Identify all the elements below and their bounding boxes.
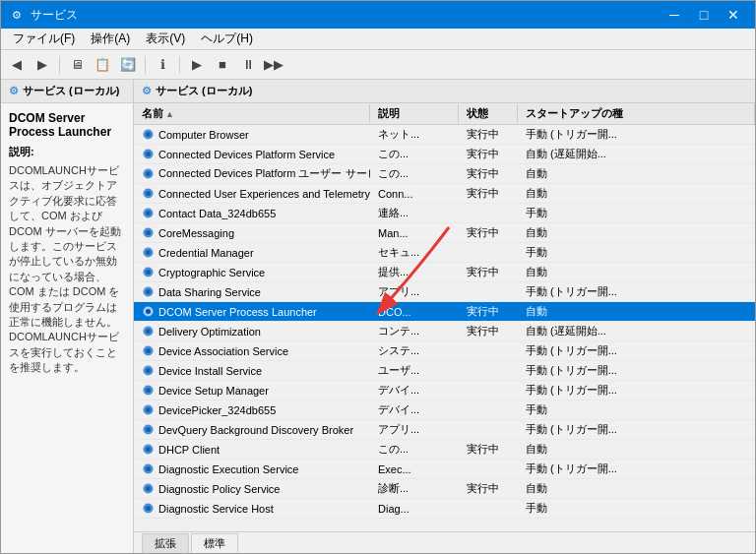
table-row[interactable]: Diagnostic Policy Service 診断... 実行中 自動 (134, 479, 755, 499)
svg-point-18 (146, 289, 151, 294)
service-startup-cell: 手動 (518, 401, 755, 418)
table-body[interactable]: Computer Browser ネット... 実行中 手動 (トリガー開...… (134, 125, 755, 531)
menu-file[interactable]: ファイル(F) (5, 29, 83, 49)
service-name-cell: Diagnostic Execution Service (134, 462, 370, 476)
computer-button[interactable]: 🖥 (65, 53, 89, 77)
toolbar-separator-2 (145, 56, 146, 74)
tab-extended[interactable]: 拡張 (142, 533, 189, 553)
table-row[interactable]: DevicePicker_324db655 デバイ... 手動 (134, 400, 755, 420)
forward-button[interactable]: ▶ (31, 53, 54, 77)
window-controls: ─ □ ✕ (661, 1, 747, 29)
pause-button[interactable]: ⏸ (236, 53, 260, 77)
menu-action[interactable]: 操作(A) (83, 29, 138, 49)
service-startup-cell: 手動 (トリガー開... (518, 461, 755, 477)
table-row[interactable]: Cryptographic Service 提供... 実行中 自動 (134, 263, 755, 282)
maximize-button[interactable]: □ (690, 1, 718, 29)
back-button[interactable]: ◀ (5, 53, 29, 77)
svg-point-28 (146, 388, 151, 393)
table-row[interactable]: Device Association Service システ... 手動 (トリ… (134, 341, 755, 361)
sidebar-header: ⚙ サービス (ローカル) (1, 80, 133, 103)
close-button[interactable]: ✕ (720, 1, 747, 29)
service-status-cell (459, 213, 518, 215)
service-gear-icon (142, 384, 155, 397)
table-row[interactable]: Connected User Experiences and Telemetry… (134, 184, 755, 204)
menu-view[interactable]: 表示(V) (138, 29, 193, 49)
minimize-button[interactable]: ─ (661, 1, 688, 29)
table-header: 名前 ▲ 説明 状態 スタートアップの種 (134, 103, 755, 125)
table-row[interactable]: DHCP Client この... 実行中 自動 (134, 440, 755, 460)
service-name-cell: Data Sharing Service (134, 284, 370, 299)
toolbar-separator-3 (179, 56, 180, 74)
list-button[interactable]: 📋 (91, 53, 114, 77)
services-window: ⚙ サービス ─ □ ✕ ファイル(F) 操作(A) 表示(V) ヘルプ(H) … (0, 0, 756, 554)
column-description[interactable]: 説明 (370, 104, 459, 123)
main-panel: ⚙ サービス (ローカル) 名前 ▲ 説明 状態 (134, 80, 755, 553)
service-desc-cell: セキュ... (370, 244, 459, 261)
table-row[interactable]: Connected Devices Platform ユーザー サービス_...… (134, 164, 755, 184)
service-status-cell: 実行中 (459, 480, 518, 497)
svg-point-26 (146, 368, 151, 373)
service-desc-cell: Conn... (370, 187, 459, 201)
table-row[interactable]: Contact Data_324db655 連絡... 手動 (134, 204, 755, 223)
info-button[interactable]: ℹ (151, 53, 174, 77)
service-status-cell: 実行中 (459, 224, 518, 241)
svg-point-8 (146, 191, 151, 196)
service-name-cell: Device Install Service (134, 363, 370, 378)
service-startup-cell: 自動 (518, 264, 755, 280)
service-gear-icon (142, 266, 155, 278)
service-status-cell (459, 468, 518, 470)
service-gear-icon (142, 462, 155, 475)
service-name-cell: Diagnostic Service Host (134, 501, 370, 516)
service-gear-icon (142, 325, 155, 338)
column-name[interactable]: 名前 ▲ (134, 104, 370, 123)
table-row[interactable]: DevQuery Background Discovery Broker アプリ… (134, 420, 755, 440)
column-startup[interactable]: スタートアップの種 (518, 104, 755, 123)
service-status-cell: 実行中 (459, 165, 518, 182)
service-gear-icon (142, 364, 155, 377)
service-startup-cell: 手動 (トリガー開... (518, 362, 755, 379)
service-status-cell (459, 390, 518, 392)
tab-standard[interactable]: 標準 (191, 533, 238, 553)
service-startup-cell: 自動 (518, 441, 755, 458)
table-row[interactable]: Device Install Service ユーザ... 手動 (トリガー開.… (134, 361, 755, 381)
service-startup-cell: 自動 (518, 303, 755, 320)
service-desc-cell: ユーザ... (370, 362, 459, 379)
table-row[interactable]: Credential Manager セキュ... 手動 (134, 243, 755, 263)
table-row[interactable]: DCOM Server Process Launcher DCO... 実行中 … (134, 302, 755, 322)
service-name-cell: CoreMessaging (134, 225, 370, 240)
table-row[interactable]: CoreMessaging Man... 実行中 自動 (134, 223, 755, 243)
service-name-cell: DevQuery Background Discovery Broker (134, 422, 370, 437)
service-gear-icon (142, 403, 155, 416)
service-gear-icon (142, 502, 155, 515)
svg-point-34 (146, 447, 151, 452)
table-row[interactable]: Device Setup Manager デバイ... 手動 (トリガー開... (134, 381, 755, 400)
menu-help[interactable]: ヘルプ(H) (193, 29, 261, 49)
service-startup-cell: 手動 (トリガー開... (518, 342, 755, 359)
service-startup-cell: 自動 (518, 480, 755, 497)
window-icon: ⚙ (9, 7, 25, 23)
service-desc-cell: DCO... (370, 305, 459, 319)
content-area: ⚙ サービス (ローカル) DCOM Server Process Launch… (1, 80, 755, 553)
sidebar: ⚙ サービス (ローカル) DCOM Server Process Launch… (1, 80, 134, 553)
service-status-cell (459, 429, 518, 431)
table-row[interactable]: Diagnostic Execution Service Exec... 手動 … (134, 460, 755, 479)
service-name-cell: Connected User Experiences and Telemetry (134, 186, 370, 201)
table-row[interactable]: Data Sharing Service アプリ... 手動 (トリガー開... (134, 282, 755, 302)
svg-point-4 (146, 152, 151, 156)
service-gear-icon (142, 482, 155, 495)
stop-button[interactable]: ■ (211, 53, 234, 77)
service-gear-icon (142, 167, 155, 180)
column-status[interactable]: 状態 (459, 104, 518, 123)
refresh-button[interactable]: 🔄 (116, 53, 140, 77)
table-row[interactable]: Delivery Optimization コンテ... 実行中 自動 (遅延開… (134, 322, 755, 341)
restart-button[interactable]: ▶▶ (262, 53, 285, 77)
main-header-gear-icon: ⚙ (142, 85, 152, 97)
play-button[interactable]: ▶ (185, 53, 209, 77)
service-name-cell: Connected Devices Platform Service (134, 147, 370, 161)
service-gear-icon (142, 207, 155, 219)
service-desc-cell: システ... (370, 342, 459, 359)
svg-point-2 (146, 132, 151, 137)
table-row[interactable]: Computer Browser ネット... 実行中 手動 (トリガー開... (134, 125, 755, 145)
table-row[interactable]: Connected Devices Platform Service この...… (134, 145, 755, 164)
table-row[interactable]: Diagnostic Service Host Diag... 手動 (134, 499, 755, 519)
